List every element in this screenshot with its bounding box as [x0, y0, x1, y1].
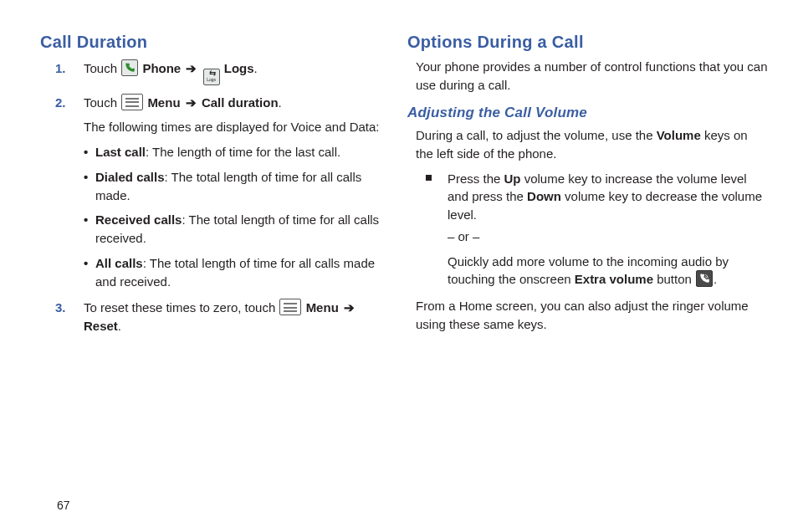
up-label: Up [504, 171, 521, 186]
extra-volume-label: Extra volume [575, 272, 653, 286]
bullet-all-calls: All calls: The total length of time for … [84, 254, 387, 291]
bullet-received-calls: Received calls: The total length of time… [84, 211, 387, 248]
bullet-text: : The length of time for the last call. [146, 145, 340, 159]
menu-icon [121, 94, 143, 110]
bullet-label: Last call [95, 145, 146, 159]
step-text: To reset these times to zero, touch [84, 300, 279, 315]
step-number: 3. [55, 299, 66, 317]
bullet-label: All calls [95, 256, 143, 270]
volume-intro: During a call, to adjust the volume, use… [416, 126, 768, 163]
phone-label: Phone [142, 61, 181, 75]
bullet-label: Dialed calls [95, 170, 165, 184]
period: . [118, 319, 121, 333]
period: . [279, 95, 282, 110]
reset-label: Reset [84, 319, 118, 333]
bullet-label: Received calls [95, 212, 182, 227]
volume-label: Volume [657, 128, 701, 142]
menu-label: Menu [147, 95, 180, 110]
extra-volume-icon [696, 270, 713, 287]
heading-call-duration: Call Duration [40, 30, 387, 54]
steps-list: 1. Touch Phone ➔ ⇆Logs Logs. 2. Touch Me… [55, 59, 387, 335]
extra-volume-text: Quickly add more volume to the incoming … [448, 253, 768, 289]
options-intro: Your phone provides a number of control … [416, 58, 768, 95]
step-text: Touch [84, 95, 120, 110]
text: Press the [448, 171, 504, 186]
logs-icon: ⇆Logs [203, 69, 220, 85]
step-text: Touch [84, 61, 120, 75]
left-column: Call Duration 1. Touch Phone ➔ ⇆Logs Log… [40, 30, 404, 522]
call-duration-bullets: Last call: The length of time for the la… [84, 143, 387, 290]
manual-page: Call Duration 1. Touch Phone ➔ ⇆Logs Log… [0, 0, 798, 532]
right-column: Options During a Call Your phone provide… [404, 30, 768, 522]
menu-label: Menu [306, 300, 339, 315]
ringer-note: From a Home screen, you can also adjust … [416, 297, 768, 334]
period: . [254, 61, 258, 75]
logs-label: Logs [224, 61, 254, 75]
or-divider: – or – [448, 228, 768, 246]
step-2: 2. Touch Menu ➔ Call duration. The follo… [55, 94, 387, 291]
step-2-intro: The following times are displayed for Vo… [84, 118, 387, 136]
bullet-last-call: Last call: The length of time for the la… [84, 143, 387, 161]
arrow-icon: ➔ [186, 95, 197, 110]
bullet-dialed-calls: Dialed calls: The total length of time f… [84, 168, 387, 205]
phone-icon [121, 59, 138, 76]
step-1: 1. Touch Phone ➔ ⇆Logs Logs. [55, 59, 387, 85]
heading-options-during-call: Options During a Call [407, 30, 768, 54]
arrow-icon: ➔ [186, 61, 197, 75]
arrow-icon: ➔ [344, 300, 355, 315]
call-duration-label: Call duration [202, 95, 279, 110]
period: . [714, 272, 717, 286]
volume-step: Press the Up volume key to increase the … [426, 170, 768, 289]
text: During a call, to adjust the volume, use… [416, 128, 657, 142]
volume-steps: Press the Up volume key to increase the … [426, 170, 768, 289]
step-number: 2. [55, 94, 66, 112]
text: button [653, 272, 695, 286]
menu-icon [279, 299, 301, 315]
subheading-adjust-volume: Adjusting the Call Volume [407, 103, 768, 124]
step-3: 3. To reset these times to zero, touch M… [55, 299, 387, 335]
page-number: 67 [57, 499, 70, 512]
step-number: 1. [55, 59, 66, 78]
down-label: Down [527, 189, 561, 203]
